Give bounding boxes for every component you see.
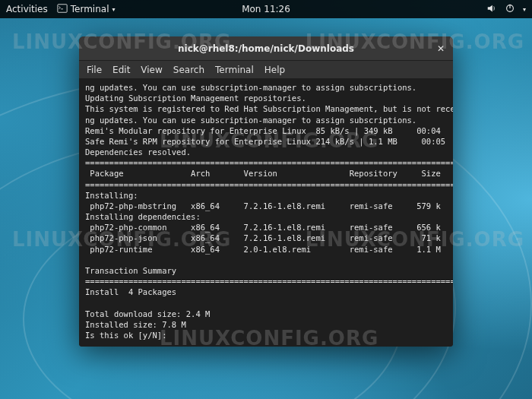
- app-menu[interactable]: Terminal ▾: [57, 3, 116, 16]
- window-title: nick@rhel8:/home/nick/Downloads: [178, 43, 354, 54]
- terminal-icon: [57, 3, 68, 16]
- terminal-menubar: File Edit View Search Terminal Help: [79, 61, 453, 79]
- clock[interactable]: Mon 11:26: [242, 4, 290, 14]
- menu-search[interactable]: Search: [173, 65, 204, 75]
- window-titlebar[interactable]: nick@rhel8:/home/nick/Downloads ✕: [79, 36, 453, 61]
- activities-button[interactable]: Activities: [6, 4, 48, 14]
- chevron-down-icon: ▾: [523, 6, 526, 13]
- close-button[interactable]: ✕: [433, 41, 448, 56]
- system-tray[interactable]: ▾: [486, 3, 526, 16]
- volume-icon[interactable]: [486, 3, 497, 16]
- menu-view[interactable]: View: [141, 65, 162, 75]
- menu-file[interactable]: File: [87, 65, 102, 75]
- menu-edit[interactable]: Edit: [112, 65, 130, 75]
- close-icon: ✕: [437, 43, 445, 54]
- gnome-topbar: Activities Terminal ▾ Mon 11:26 ▾: [0, 0, 532, 18]
- power-icon[interactable]: [505, 3, 515, 16]
- app-menu-label: Terminal: [71, 4, 109, 14]
- terminal-output[interactable]: ng updates. You can use subscription-man…: [79, 79, 453, 347]
- chevron-down-icon: ▾: [112, 6, 115, 13]
- menu-terminal[interactable]: Terminal: [215, 65, 254, 75]
- terminal-window: nick@rhel8:/home/nick/Downloads ✕ File E…: [79, 36, 453, 347]
- menu-help[interactable]: Help: [264, 65, 285, 75]
- svg-rect-0: [58, 4, 67, 12]
